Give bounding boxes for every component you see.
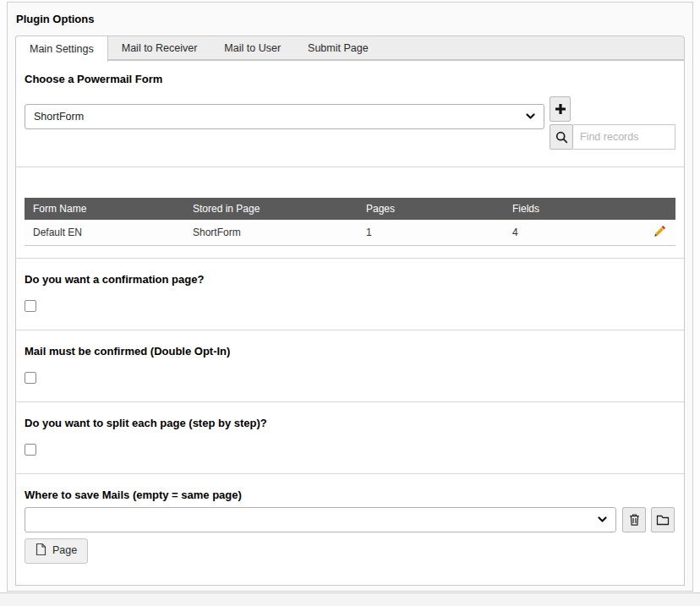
form-picker-tools: [550, 96, 675, 150]
table-header-row: Form Name Stored in Page Pages Fields: [25, 198, 675, 220]
save-mails-section: Where to save Mails (empty = same page): [16, 473, 684, 564]
search-button[interactable]: [550, 124, 573, 150]
chevron-down-icon: [526, 113, 535, 120]
save-mails-heading: Where to save Mails (empty = same page): [25, 489, 675, 501]
forms-table-section: Form Name Stored in Page Pages Fields De…: [16, 167, 684, 258]
trash-icon: [628, 513, 641, 527]
tab-mail-to-user[interactable]: Mail to User: [211, 36, 294, 59]
column-header-form-name: Form Name: [25, 198, 184, 220]
column-header-pages: Pages: [358, 198, 504, 220]
chevron-down-icon: [598, 516, 607, 523]
add-record-button[interactable]: [550, 96, 571, 122]
tab-mail-to-receiver[interactable]: Mail to Receiver: [108, 36, 211, 59]
split-pages-heading: Do you want to split each page (step by …: [25, 417, 675, 429]
record-search-group: [550, 124, 675, 150]
tab-main-settings[interactable]: Main Settings: [15, 35, 108, 62]
tab-bar: Main Settings Mail to Receiver Mail to U…: [15, 35, 685, 60]
pencil-icon: [653, 229, 667, 241]
confirmation-page-heading: Do you want a confirmation page?: [25, 273, 675, 286]
cell-stored-in-page: ShortForm: [184, 220, 358, 245]
folder-icon: [656, 514, 670, 526]
cell-form-name: Default EN: [25, 220, 184, 245]
cell-fields: 4: [504, 220, 633, 245]
browse-pages-button[interactable]: [651, 507, 675, 532]
table-row: Default EN ShortForm 1 4: [25, 220, 675, 245]
search-icon: [555, 131, 568, 144]
forms-table: Form Name Stored in Page Pages Fields De…: [25, 198, 675, 246]
tab-label: Mail to User: [224, 42, 281, 54]
double-opt-in-checkbox[interactable]: [25, 372, 36, 384]
tab-label: Mail to Receiver: [122, 42, 198, 54]
confirmation-page-checkbox[interactable]: [25, 300, 36, 312]
powermail-form-select[interactable]: ShortForm: [25, 104, 544, 129]
cell-actions: [633, 220, 675, 245]
page-title: Plugin Options: [16, 13, 692, 26]
double-opt-in-heading: Mail must be confirmed (Double Opt-In): [25, 345, 675, 358]
tab-label: Submit Page: [308, 42, 369, 54]
column-header-fields: Fields: [504, 198, 633, 220]
split-pages-section: Do you want to split each page (step by …: [16, 401, 684, 473]
selected-form-value: ShortForm: [34, 111, 84, 123]
choose-form-heading: Choose a Powermail Form: [25, 73, 675, 85]
find-records-input[interactable]: [573, 124, 675, 150]
plugin-options-frame: Plugin Options Main Settings Mail to Rec…: [7, 2, 693, 592]
edit-record-button[interactable]: [653, 224, 667, 238]
bottom-divider-strip: [0, 592, 700, 606]
confirmation-page-section: Do you want a confirmation page?: [16, 258, 684, 330]
tab-label: Main Settings: [30, 43, 94, 55]
double-opt-in-section: Mail must be confirmed (Double Opt-In): [16, 330, 684, 401]
main-settings-panel: Choose a Powermail Form ShortForm: [15, 60, 685, 586]
column-header-actions: [633, 198, 675, 220]
page-record-button[interactable]: Page: [25, 538, 88, 564]
tab-submit-page[interactable]: Submit Page: [294, 36, 382, 59]
cell-pages: 1: [358, 220, 504, 245]
split-pages-checkbox[interactable]: [25, 444, 36, 456]
choose-form-section: Choose a Powermail Form ShortForm: [16, 61, 684, 167]
save-mails-select[interactable]: [25, 507, 616, 532]
plus-icon: [555, 103, 566, 115]
column-header-stored-in-page: Stored in Page: [184, 198, 358, 220]
clear-selection-button[interactable]: [622, 507, 646, 532]
document-icon: [36, 543, 46, 559]
page-button-label: Page: [52, 545, 77, 556]
